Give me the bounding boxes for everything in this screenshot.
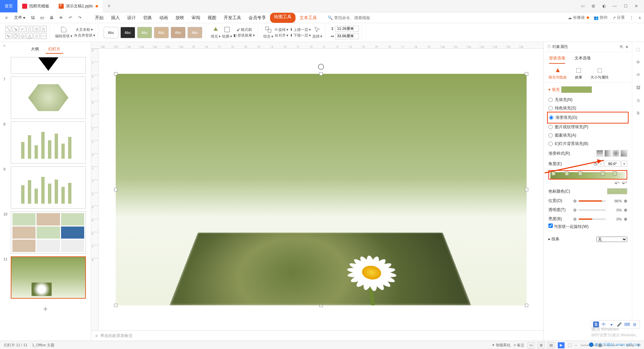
apps-icon[interactable]: ⊞ [590,2,597,10]
slide-thumb-9[interactable]: 9 [3,166,88,209]
tab-add[interactable]: + [103,3,116,10]
side-location-icon[interactable]: ◎ [635,97,642,104]
format-painter-btn[interactable]: 🖌 格式刷 [236,27,252,32]
align-btn[interactable]: ⊟ 对齐 ▾ [275,33,288,38]
save-icon[interactable]: 🖫 [29,14,37,22]
text-options-tab[interactable]: 文本选项 [575,55,591,64]
bring-forward-btn[interactable]: ⬆ 上移一层 ▾ [290,27,311,32]
fill-slidebg-radio[interactable]: 幻灯片背景填充(B) [548,140,627,148]
gradient-stops[interactable] [548,170,627,180]
rotate-with-shape-check[interactable]: 与形状一起旋转(W) [548,222,589,231]
bright-slider[interactable] [579,218,606,220]
trans-inc[interactable]: ⊕ [624,208,627,212]
ime-keyboard-icon[interactable]: ⌨ [624,321,630,328]
slides-tab[interactable]: 幻灯片 [46,45,63,54]
notes-pane[interactable]: ≡单击此处添加备注 [91,331,543,341]
rb-transition[interactable]: 切换 [140,13,155,23]
pos-inc[interactable]: ⊕ [624,199,627,203]
line-type-select[interactable]: 无 [596,237,627,242]
fill-section-toggle[interactable]: ▾ 填充 [548,86,627,93]
rb-show[interactable]: 放映 [172,13,187,23]
rb-design[interactable]: 设计 [124,13,139,23]
fill-btn[interactable]: 填充 ▾ [211,26,221,39]
fit-icon[interactable]: ⛶ [568,343,572,347]
rb-drawtools[interactable]: 绘图工具 [270,13,296,23]
side-doc-icon[interactable]: 🗎 [635,110,642,116]
outline-btn[interactable]: 轮廓 ▾ [222,26,232,39]
line-section-toggle[interactable]: ▸ 线条 [548,236,559,242]
command-search[interactable]: 🔍 [328,15,384,20]
undo-icon[interactable]: ↶ [67,14,74,22]
menu-icon[interactable]: ≡ [3,14,10,22]
merge-shape-btn[interactable]: ◔ 合并形状 ▾ [74,33,95,38]
resize-handle-e[interactable] [525,188,528,191]
textbox-btn[interactable]: A 文本框 ▾ [76,27,93,32]
shape-effect-btn[interactable]: ◧ 形状效果 ▾ [233,33,255,38]
rb-start[interactable]: 开始 [92,13,107,23]
minimize-button[interactable]: — [611,2,619,10]
side-select-icon[interactable]: ⬚ [635,46,642,53]
beautify-btn[interactable]: ✦ 智能美化 [492,343,511,348]
notes-btn[interactable]: ≡ 备注 [514,343,524,348]
rb-insert[interactable]: 插入 [108,13,123,23]
coop-button[interactable]: 👥 协作 [594,15,608,20]
layout-icon[interactable]: ▭ [579,2,586,10]
resize-handle-nw[interactable] [114,72,117,76]
unsaved-indicator[interactable]: ☁ 有修改 [568,15,589,20]
send-backward-btn[interactable]: ⬇ 下移一层 ▾ [290,33,311,38]
add-stop-icon[interactable]: ⬙+ [614,180,620,185]
rb-view[interactable]: 视图 [204,13,220,23]
rb-texttools[interactable]: 文本工具 [296,13,320,23]
group-btn[interactable]: 组合 ▾ [263,26,273,39]
ime-toolbar[interactable]: S 中 ● 🎤 ⌨ ⊞ [591,320,640,329]
ime-lang[interactable]: 中 [601,321,607,328]
share-button[interactable]: ↗ 分享 [612,15,625,20]
fill-color-swatch[interactable] [561,86,592,93]
effect-subtab[interactable]: 效果 [575,67,582,80]
ime-punct-icon[interactable]: ● [608,321,614,328]
rotate-btn[interactable]: ⟳ 旋转 ▾ [275,27,288,32]
ime-menu-icon[interactable]: ⊞ [632,321,638,328]
search-input[interactable] [334,15,384,20]
bright-dec[interactable]: ⊖ [573,217,577,221]
tab-file[interactable]: 演示文稿1.pptx [54,0,103,12]
add-slide-button[interactable]: + [0,301,91,317]
zoom-out[interactable]: − [575,343,577,347]
slide-thumb-7[interactable]: 7 [3,77,88,119]
height-input[interactable] [335,26,359,32]
preview-icon[interactable]: 👁 [57,14,65,22]
side-refresh-icon[interactable]: ⟳ [635,71,642,78]
view-sorter[interactable]: ⊞ [538,342,544,348]
open-icon[interactable]: 🗁 [39,14,46,22]
rotate-handle[interactable] [318,64,324,70]
pos-dec[interactable]: ⊖ [573,199,577,203]
panel-close-icon[interactable]: ✕ [625,45,629,49]
trans-dec[interactable]: ⊖ [573,208,577,212]
fill-line-subtab[interactable]: 填充与线条 [548,67,567,80]
slide-canvas[interactable] [99,49,543,331]
slide-thumb-8[interactable]: 8 [3,121,88,164]
stop-color-swatch[interactable] [607,188,627,194]
angle-input[interactable] [604,161,621,167]
close-button[interactable]: ✕ [633,2,640,10]
photo-3d[interactable] [169,233,471,305]
side-image-icon[interactable]: 🖼 [635,84,642,91]
edit-shape-btn[interactable]: 编辑形状 ▾ [55,34,72,39]
view-normal[interactable]: ▭ [528,342,534,348]
slide-shape[interactable] [116,74,527,305]
view-reading[interactable]: ▤ [548,342,554,348]
angle-inc[interactable]: + [621,161,627,167]
fill-solid-radio[interactable]: 纯色填充(S) [548,104,627,112]
fill-gradient-radio[interactable]: 渐变填充(G) [549,113,627,122]
trans-slider[interactable] [579,209,606,211]
panel-pin-icon[interactable]: ⇱ [620,45,623,49]
maximize-button[interactable]: ☐ [622,2,629,10]
collapse-thumbs-icon[interactable]: « [2,43,7,48]
rb-review[interactable]: 审阅 [188,13,204,23]
collapse-ribbon-icon[interactable]: ∧ [638,15,641,20]
pos-slider[interactable] [579,200,606,202]
rb-vip[interactable]: 会员专享 [245,13,269,23]
redo-icon[interactable]: ↷ [76,14,84,22]
fill-picture-radio[interactable]: 图片或纹理填充(P) [548,123,627,131]
user-avatar[interactable]: ◐ [600,2,608,10]
